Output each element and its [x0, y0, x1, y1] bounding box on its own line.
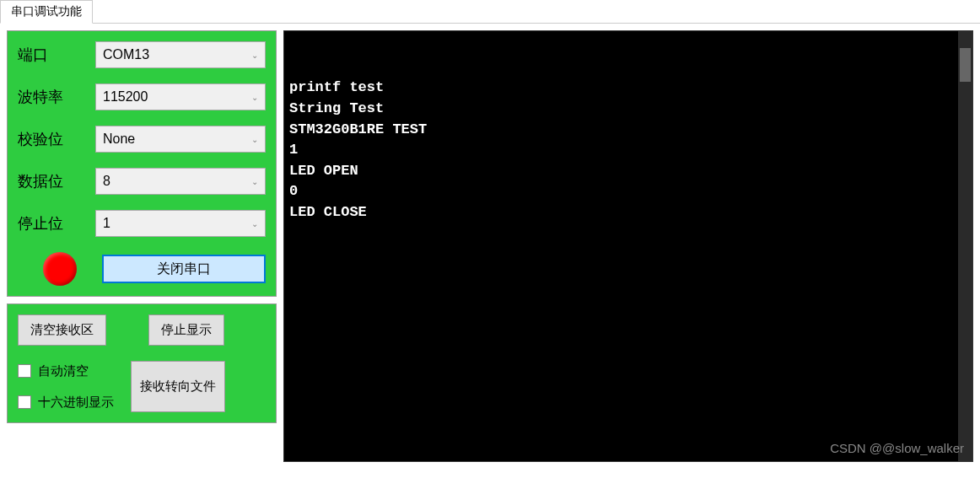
scrollbar-thumb[interactable]: [960, 48, 971, 82]
hex-display-row: 十六进制显示: [18, 395, 114, 411]
chevron-down-icon: ⌄: [251, 177, 258, 186]
auto-clear-checkbox[interactable]: [18, 364, 31, 378]
baud-row: 波特率 115200 ⌄: [18, 83, 266, 110]
stopbits-select[interactable]: 1 ⌄: [95, 210, 266, 237]
parity-value: None: [103, 132, 135, 147]
receive-to-file-label: 接收转向文件: [140, 379, 216, 393]
baud-value: 115200: [103, 89, 148, 105]
chevron-down-icon: ⌄: [251, 93, 258, 102]
port-row: 端口 COM13 ⌄: [18, 41, 266, 68]
chevron-down-icon: ⌄: [251, 135, 258, 144]
databits-value: 8: [103, 174, 110, 189]
clear-receive-label: 清空接收区: [30, 322, 94, 336]
chevron-down-icon: ⌄: [251, 219, 258, 228]
tab-label: 串口调试功能: [11, 4, 82, 18]
left-column: 端口 COM13 ⌄ 波特率 115200 ⌄ 校验位 None ⌄: [7, 30, 277, 462]
close-port-label: 关闭串口: [157, 260, 211, 278]
databits-label: 数据位: [18, 171, 85, 191]
auto-clear-row: 自动清空: [18, 363, 114, 379]
databits-row: 数据位 8 ⌄: [18, 168, 266, 195]
baud-select[interactable]: 115200 ⌄: [95, 83, 266, 110]
stopbits-label: 停止位: [18, 213, 85, 234]
main-area: 端口 COM13 ⌄ 波特率 115200 ⌄ 校验位 None ⌄: [0, 24, 980, 469]
close-port-button[interactable]: 关闭串口: [102, 255, 266, 283]
port-label: 端口: [18, 45, 85, 65]
parity-label: 校验位: [18, 129, 85, 149]
stopbits-row: 停止位 1 ⌄: [18, 210, 266, 237]
clear-receive-button[interactable]: 清空接收区: [18, 314, 106, 346]
parity-row: 校验位 None ⌄: [18, 126, 266, 153]
parity-select[interactable]: None ⌄: [95, 126, 266, 153]
hex-display-label: 十六进制显示: [38, 395, 114, 411]
port-select[interactable]: COM13 ⌄: [95, 41, 266, 68]
scrollbar-vertical[interactable]: [958, 31, 972, 461]
tab-serial-debug[interactable]: 串口调试功能: [0, 0, 93, 24]
terminal-output: printf test String Test STM32G0B1RE TEST…: [283, 30, 973, 462]
status-indicator-icon: [43, 252, 77, 286]
serial-config-panel: 端口 COM13 ⌄ 波特率 115200 ⌄ 校验位 None ⌄: [7, 30, 277, 297]
status-row: 关闭串口: [18, 252, 266, 286]
auto-clear-label: 自动清空: [38, 363, 89, 379]
hex-display-checkbox[interactable]: [18, 395, 31, 409]
tab-bar: 串口调试功能: [0, 0, 980, 24]
port-value: COM13: [103, 47, 149, 62]
watermark: CSDN @@slow_walker: [830, 439, 964, 458]
receive-control-panel: 清空接收区 停止显示 自动清空 十六进制显示: [7, 303, 277, 423]
checkbox-column: 自动清空 十六进制显示: [18, 363, 114, 411]
stop-display-label: 停止显示: [161, 322, 212, 336]
receive-to-file-button[interactable]: 接收转向文件: [131, 361, 225, 412]
receive-buttons-row: 清空接收区 停止显示: [18, 314, 266, 346]
chevron-down-icon: ⌄: [251, 51, 258, 60]
databits-select[interactable]: 8 ⌄: [95, 168, 266, 195]
stop-display-button[interactable]: 停止显示: [148, 314, 224, 346]
receive-options-row: 自动清空 十六进制显示 接收转向文件: [18, 361, 266, 412]
stopbits-value: 1: [103, 216, 110, 231]
baud-label: 波特率: [18, 87, 85, 107]
terminal-content: printf test String Test STM32G0B1RE TEST…: [289, 78, 967, 223]
